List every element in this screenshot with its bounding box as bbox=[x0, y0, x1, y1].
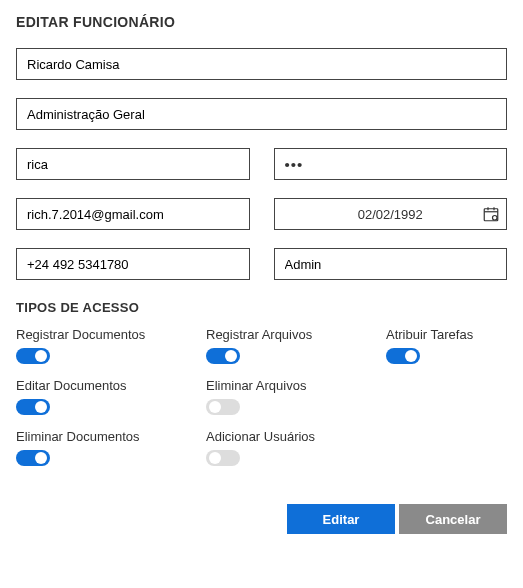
permission-toggle[interactable] bbox=[206, 450, 240, 466]
permission-item bbox=[386, 378, 507, 415]
permission-toggle[interactable] bbox=[16, 399, 50, 415]
button-row: Editar Cancelar bbox=[16, 504, 507, 534]
permission-label: Registrar Documentos bbox=[16, 327, 206, 342]
permission-item: Eliminar Arquivos bbox=[206, 378, 386, 415]
cancel-button[interactable]: Cancelar bbox=[399, 504, 507, 534]
role-field[interactable] bbox=[274, 248, 508, 280]
birthdate-field[interactable]: 02/02/1992 bbox=[274, 198, 508, 230]
name-input[interactable] bbox=[27, 57, 496, 72]
username-input[interactable] bbox=[27, 157, 239, 172]
permission-label: Atribuir Tarefas bbox=[386, 327, 507, 342]
permission-label: Registrar Arquivos bbox=[206, 327, 386, 342]
username-field[interactable] bbox=[16, 148, 250, 180]
role-input[interactable] bbox=[285, 257, 497, 272]
birthdate-value: 02/02/1992 bbox=[285, 207, 497, 222]
password-field[interactable]: ••• bbox=[274, 148, 508, 180]
permission-toggle[interactable] bbox=[206, 348, 240, 364]
permissions-grid: Registrar DocumentosRegistrar ArquivosAt… bbox=[16, 327, 507, 466]
department-field[interactable] bbox=[16, 98, 507, 130]
permission-item: Eliminar Documentos bbox=[16, 429, 206, 466]
department-input[interactable] bbox=[27, 107, 496, 122]
permission-item: Adicionar Usuários bbox=[206, 429, 386, 466]
submit-button[interactable]: Editar bbox=[287, 504, 395, 534]
phone-input[interactable] bbox=[27, 257, 239, 272]
access-section-title: TIPOS DE ACESSO bbox=[16, 300, 507, 315]
permission-toggle[interactable] bbox=[386, 348, 420, 364]
permission-item: Registrar Documentos bbox=[16, 327, 206, 364]
permission-toggle[interactable] bbox=[16, 450, 50, 466]
permission-label: Eliminar Documentos bbox=[16, 429, 206, 444]
svg-rect-0 bbox=[484, 209, 498, 221]
email-input[interactable] bbox=[27, 207, 239, 222]
permission-item: Registrar Arquivos bbox=[206, 327, 386, 364]
email-field[interactable] bbox=[16, 198, 250, 230]
permission-toggle[interactable] bbox=[16, 348, 50, 364]
permission-label: Editar Documentos bbox=[16, 378, 206, 393]
permission-label: Eliminar Arquivos bbox=[206, 378, 386, 393]
permission-item: Editar Documentos bbox=[16, 378, 206, 415]
phone-field[interactable] bbox=[16, 248, 250, 280]
permission-label: Adicionar Usuários bbox=[206, 429, 386, 444]
permission-item: Atribuir Tarefas bbox=[386, 327, 507, 364]
password-value: ••• bbox=[285, 156, 304, 173]
name-field[interactable] bbox=[16, 48, 507, 80]
svg-point-4 bbox=[493, 216, 498, 221]
form-title: EDITAR FUNCIONÁRIO bbox=[16, 14, 507, 30]
permission-item bbox=[386, 429, 507, 466]
permission-toggle[interactable] bbox=[206, 399, 240, 415]
calendar-icon[interactable] bbox=[482, 205, 500, 223]
